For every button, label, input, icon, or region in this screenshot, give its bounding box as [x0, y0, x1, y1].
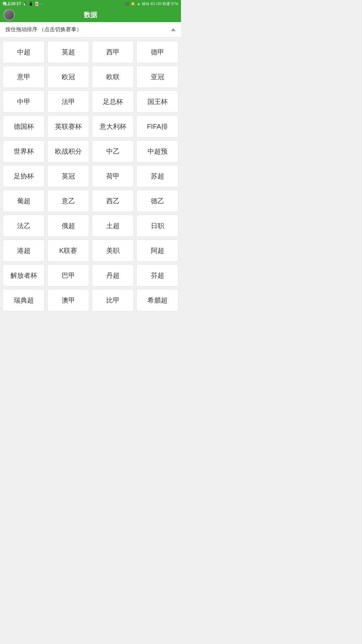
league-item-38[interactable]: 丹超	[92, 264, 134, 286]
league-item-23[interactable]: 苏超	[136, 165, 178, 187]
league-item-16[interactable]: 世界杯	[3, 140, 45, 162]
sort-bar-main-text: 按住拖动排序	[5, 26, 38, 32]
avatar[interactable]	[3, 9, 15, 20]
avatar-image	[3, 9, 15, 20]
league-item-21[interactable]: 英冠	[47, 165, 89, 187]
league-item-29[interactable]: 俄超	[47, 215, 89, 237]
league-item-19[interactable]: 中超预	[136, 140, 178, 162]
league-item-13[interactable]: 英联赛杯	[47, 115, 89, 138]
league-grid: 中超英超西甲德甲意甲欧冠欧联亚冠中甲法甲足总杯国王杯德国杯英联赛杯意大利杯FIF…	[3, 41, 178, 311]
league-grid-container: 中超英超西甲德甲意甲欧冠欧联亚冠中甲法甲足总杯国王杯德国杯英联赛杯意大利杯FIF…	[0, 38, 181, 315]
alarm-icon: 🔔	[131, 2, 135, 6]
league-item-35[interactable]: 阿超	[136, 239, 178, 262]
chevron-up-icon[interactable]	[171, 28, 176, 31]
league-item-34[interactable]: 美职	[92, 239, 134, 262]
league-item-7[interactable]: 亚冠	[136, 66, 178, 88]
league-item-1[interactable]: 英超	[47, 41, 89, 63]
sort-bar-sub-text: （点击切换赛事）	[39, 26, 82, 32]
league-item-32[interactable]: 港超	[3, 239, 45, 262]
league-item-5[interactable]: 欧冠	[47, 66, 89, 88]
league-item-11[interactable]: 国王杯	[136, 91, 178, 113]
league-item-30[interactable]: 土超	[92, 215, 134, 237]
league-item-12[interactable]: 德国杯	[3, 115, 45, 138]
league-item-3[interactable]: 德甲	[136, 41, 178, 63]
sort-bar[interactable]: 按住拖动排序 （点击切换赛事）	[0, 22, 181, 38]
headphone-icon: 🎧	[125, 2, 129, 6]
league-item-43[interactable]: 希腊超	[136, 289, 178, 311]
league-item-2[interactable]: 西甲	[92, 41, 134, 63]
league-item-6[interactable]: 欧联	[92, 66, 134, 88]
status-right: 🎧 🔔 ▲ 移动 4G HD 联通 57%	[125, 1, 178, 6]
wifi-icon: ▲	[137, 2, 140, 6]
league-item-41[interactable]: 澳甲	[47, 289, 89, 311]
app-icon-1: 📱	[28, 2, 33, 6]
league-item-42[interactable]: 比甲	[92, 289, 134, 311]
league-item-25[interactable]: 意乙	[47, 190, 89, 212]
league-item-28[interactable]: 法乙	[3, 215, 45, 237]
league-item-9[interactable]: 法甲	[47, 91, 89, 113]
league-item-4[interactable]: 意甲	[3, 66, 45, 88]
more-icon: ···	[41, 2, 44, 6]
league-item-0[interactable]: 中超	[3, 41, 45, 63]
status-bar: 晚上10:17 🐧 📱 🀄 ··· 🎧 🔔 ▲ 移动 4G HD 联通 57%	[0, 0, 181, 7]
league-item-15[interactable]: FIFA排	[136, 115, 178, 138]
league-item-33[interactable]: K联赛	[47, 239, 89, 262]
league-item-17[interactable]: 欧战积分	[47, 140, 89, 162]
league-item-22[interactable]: 荷甲	[92, 165, 134, 187]
page-title: 数据	[84, 10, 97, 19]
league-item-18[interactable]: 中乙	[92, 140, 134, 162]
league-item-27[interactable]: 德乙	[136, 190, 178, 212]
app-icon-2: 🀄	[35, 2, 39, 6]
league-item-40[interactable]: 瑞典超	[3, 289, 45, 311]
app-header: 数据	[0, 7, 181, 22]
league-item-20[interactable]: 足协杯	[3, 165, 45, 187]
status-time: 晚上10:17	[3, 1, 21, 7]
league-item-31[interactable]: 日职	[136, 215, 178, 237]
status-left: 晚上10:17 🐧 📱 🀄 ···	[3, 1, 44, 7]
league-item-14[interactable]: 意大利杯	[92, 115, 134, 138]
league-item-24[interactable]: 葡超	[3, 190, 45, 212]
league-item-36[interactable]: 解放者杯	[3, 264, 45, 286]
league-item-10[interactable]: 足总杯	[92, 91, 134, 113]
league-item-37[interactable]: 巴甲	[47, 264, 89, 286]
league-item-8[interactable]: 中甲	[3, 91, 45, 113]
sort-bar-label: 按住拖动排序 （点击切换赛事）	[5, 26, 82, 33]
notification-icon: 🐧	[22, 2, 27, 6]
signal-text: 移动 4G HD 联通 57%	[142, 1, 178, 6]
league-item-39[interactable]: 芬超	[136, 264, 178, 286]
league-item-26[interactable]: 西乙	[92, 190, 134, 212]
